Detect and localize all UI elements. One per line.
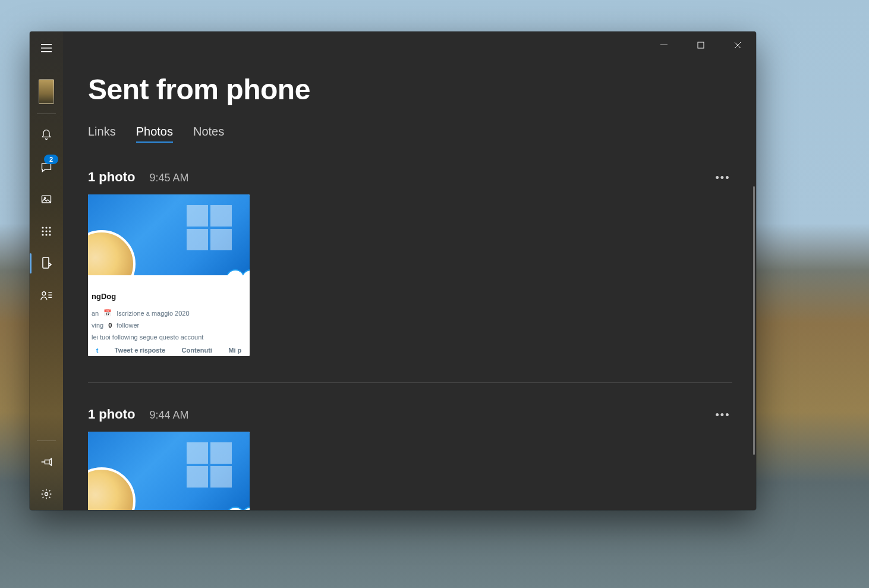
pin-icon <box>40 457 52 467</box>
tab-notes[interactable]: Notes <box>193 125 224 142</box>
gear-icon <box>40 488 52 500</box>
thumb-note: lei tuoi following segue questo account <box>92 334 203 341</box>
phone-send-icon <box>41 257 52 270</box>
more-icon: ••• <box>716 409 731 422</box>
windows-logo-icon <box>187 442 234 490</box>
photo-icon <box>40 193 52 205</box>
group-more-button[interactable]: ••• <box>713 405 732 425</box>
maximize-button[interactable] <box>682 32 719 59</box>
close-button[interactable] <box>719 32 756 59</box>
thumb-follower-label: follower <box>117 322 139 329</box>
svg-rect-19 <box>45 460 50 464</box>
minimize-button[interactable] <box>646 32 682 59</box>
svg-point-13 <box>49 234 51 235</box>
svg-rect-14 <box>43 257 49 268</box>
group-time: 9:45 AM <box>149 172 188 184</box>
hamburger-icon <box>41 44 52 52</box>
svg-point-5 <box>42 227 43 228</box>
sidebar-item-settings[interactable] <box>30 478 63 510</box>
thumb-tabs: t Tweet e risposte Contenuti Mi p <box>88 347 250 354</box>
sidebar-divider <box>37 114 56 114</box>
windows-logo-icon <box>187 205 234 253</box>
svg-point-7 <box>49 227 51 228</box>
titlebar-controls <box>646 32 756 59</box>
sidebar-divider-bottom <box>37 441 56 441</box>
sidebar-item-apps[interactable] <box>30 215 63 247</box>
thumb-follower-count: 0 <box>108 322 112 329</box>
more-icon: ••• <box>716 172 731 184</box>
contacts-icon <box>40 290 52 301</box>
tab-photos[interactable]: Photos <box>136 125 173 142</box>
svg-point-15 <box>42 292 46 295</box>
sidebar-item-photos[interactable] <box>30 183 63 215</box>
main-content: Sent from phone Links Photos Notes 1 pho… <box>63 32 756 510</box>
svg-rect-21 <box>660 45 668 45</box>
group-header: 1 photo 9:45 AM ••• <box>88 169 744 185</box>
bell-icon <box>40 129 52 141</box>
thumb-meta-left: an <box>92 310 99 317</box>
group-more-button[interactable]: ••• <box>713 168 732 187</box>
hamburger-menu-button[interactable] <box>30 32 63 65</box>
svg-point-10 <box>49 230 51 232</box>
sidebar-item-contacts[interactable] <box>30 279 63 312</box>
sidebar-item-messages[interactable]: 2 <box>30 151 63 183</box>
svg-point-8 <box>42 230 43 232</box>
svg-point-11 <box>42 234 43 235</box>
thumb-tab: Mi p <box>228 347 241 354</box>
content-area: Sent from phone Links Photos Notes 1 pho… <box>88 73 744 510</box>
group-header: 1 photo 9:44 AM ••• <box>88 407 744 422</box>
svg-point-12 <box>45 234 47 235</box>
group-title: 1 photo <box>88 169 135 185</box>
photo-thumbnail[interactable]: ••• <box>88 432 250 510</box>
close-icon <box>734 42 741 49</box>
tab-bar: Links Photos Notes <box>88 125 744 142</box>
sidebar-item-sent-from-phone[interactable] <box>30 247 63 279</box>
svg-point-20 <box>45 493 48 496</box>
svg-rect-1 <box>41 48 52 49</box>
thumb-tab: t <box>96 347 99 354</box>
photo-group: 1 photo 9:44 AM ••• <box>88 407 744 510</box>
svg-rect-22 <box>698 42 704 48</box>
minimize-icon <box>660 42 668 49</box>
svg-point-9 <box>45 230 47 232</box>
thumb-following-label: ving <box>92 322 103 329</box>
page-title: Sent from phone <box>88 73 744 106</box>
maximize-icon <box>697 42 704 49</box>
scrollbar[interactable] <box>753 186 755 455</box>
thumb-body: ngDog an 📅 Iscrizione a maggio 2020 ving… <box>88 275 250 356</box>
sidebar-item-notifications[interactable] <box>30 119 63 151</box>
svg-rect-2 <box>41 51 52 52</box>
photo-thumbnail[interactable]: ••• ngDog an 📅 Iscrizione a maggio 2020 … <box>88 194 250 356</box>
svg-point-6 <box>45 227 47 228</box>
sidebar-item-pin[interactable] <box>30 446 63 478</box>
thumb-tab: Tweet e risposte <box>115 347 165 354</box>
sidebar: 2 <box>30 32 63 510</box>
messages-badge: 2 <box>44 155 58 164</box>
thumb-tab: Contenuti <box>182 347 212 354</box>
group-title: 1 photo <box>88 407 135 422</box>
group-time: 9:44 AM <box>149 409 188 422</box>
tab-links[interactable]: Links <box>88 125 116 142</box>
photo-group: 1 photo 9:45 AM ••• <box>88 169 744 356</box>
app-window: 2 <box>30 32 756 510</box>
thumb-profile-name: ngDog <box>92 292 246 301</box>
apps-grid-icon <box>41 226 52 237</box>
group-divider <box>88 382 732 383</box>
svg-rect-0 <box>41 44 52 45</box>
device-thumbnail[interactable] <box>39 79 54 104</box>
thumb-meta-right: Iscrizione a maggio 2020 <box>117 310 189 317</box>
calendar-icon: 📅 <box>103 309 112 317</box>
